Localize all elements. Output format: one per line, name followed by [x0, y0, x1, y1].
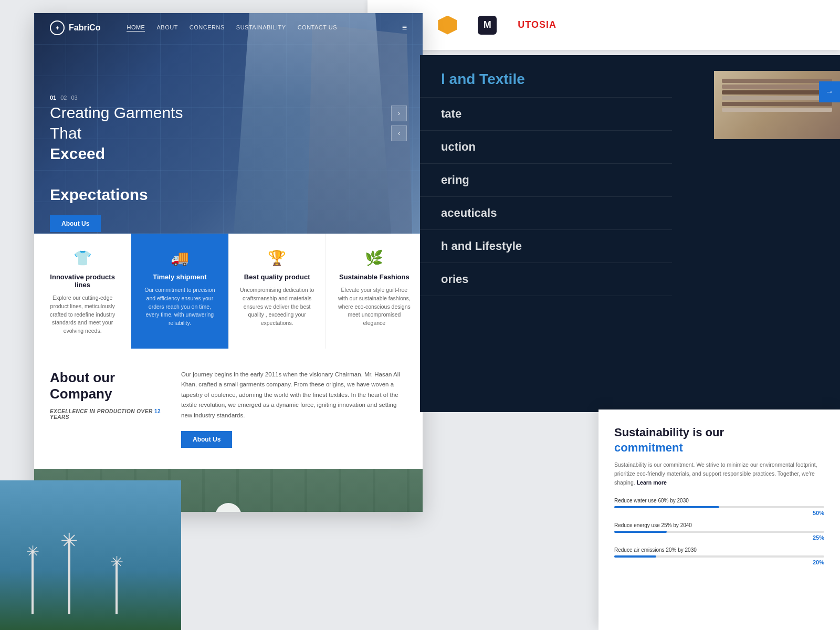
panel-arrow-right[interactable]: → [819, 81, 840, 102]
turbine-blades-2: ✳ [59, 530, 80, 551]
features-row: 👕 Innovative products lines Explore our … [34, 234, 423, 349]
feature-sustainable: 🌿 Sustainable Fashions Elevate your styl… [326, 234, 423, 349]
progress-bar-energy-fill [614, 531, 667, 533]
nav-about[interactable]: ABOUT [156, 24, 177, 32]
slider-arrows: › ‹ [391, 106, 407, 141]
shirt-icon: 👕 [45, 249, 120, 267]
slide-indicators: 01 02 03 [50, 94, 78, 101]
hero-section: ✦ FabriCo HOME ABOUT CONCERNS SUSTAINABI… [34, 13, 423, 234]
service-item-6[interactable]: ories [420, 263, 672, 296]
main-website-panel: ✦ FabriCo HOME ABOUT CONCERNS SUSTAINABI… [34, 13, 423, 512]
slide-dot-2[interactable]: 02 [60, 94, 67, 101]
feature-sustainable-title: Sustainable Fashions [337, 273, 412, 281]
progress-bar-air-fill [614, 555, 656, 558]
service-item-2[interactable]: uction [420, 131, 672, 164]
nav-home[interactable]: HOME [127, 24, 145, 32]
turbine-1: ✳ [32, 551, 34, 614]
hamburger-icon[interactable]: ≡ [402, 23, 407, 33]
nav-contact[interactable]: CONTACT US [298, 24, 338, 32]
service-item-5[interactable]: h and Lifestyle [420, 230, 672, 263]
logo-icon: ✦ [50, 20, 65, 35]
sustainability-title: Sustainability is our commitment [614, 425, 824, 455]
service-item-3[interactable]: ering [420, 164, 672, 197]
truck-icon: 🚚 [142, 249, 217, 267]
logo: ✦ FabriCo [50, 20, 100, 35]
sustainability-panel: Sustainability is our commitment Sustain… [598, 410, 840, 630]
nav-links: HOME ABOUT CONCERNS SUSTAINABILITY CONTA… [127, 24, 337, 32]
about-section: About our Company EXCELLENCE IN PRODUCTI… [34, 349, 423, 469]
navbar: ✦ FabriCo HOME ABOUT CONCERNS SUSTAINABI… [34, 13, 423, 43]
prev-arrow[interactable]: ‹ [391, 125, 407, 141]
hero-content: Creating Garments That Exceed Expectatio… [50, 102, 183, 232]
about-cta-button[interactable]: About Us [181, 431, 232, 448]
feature-innovative-title: Innovative products lines [45, 273, 120, 289]
utosia-brand: UTOSIA [518, 19, 556, 30]
next-arrow[interactable]: › [391, 106, 407, 121]
turbine-blades-1: ✳ [22, 541, 43, 562]
nav-concerns[interactable]: CONCERNS [190, 24, 225, 32]
feature-sustainable-desc: Elevate your style guilt-free with our s… [337, 286, 412, 328]
wind-turbine-section: ✳ ✳ ✳ [0, 480, 181, 630]
slide-dot-1[interactable]: 01 [50, 94, 56, 101]
turbine-3: ✳ [116, 562, 118, 614]
progress-water: Reduce water use 60% by 2030 50% [614, 498, 824, 516]
turbine-2: ✳ [68, 541, 70, 614]
logo-text: FabriCo [69, 23, 100, 33]
about-right: Our journey begins in the early 2011s wh… [181, 370, 407, 448]
leaf-icon: 🌿 [337, 249, 412, 267]
progress-bar-water-bg [614, 506, 824, 508]
about-heading: About our Company [50, 370, 165, 402]
learn-more-link[interactable]: Learn more [637, 479, 667, 486]
feature-quality-title: Best quality product [239, 273, 315, 281]
nav-sustainability[interactable]: SUSTAINABILITY [236, 24, 286, 32]
hero-title: Creating Garments That Exceed Expectatio… [50, 102, 183, 205]
service-item-1[interactable]: tate [420, 98, 672, 131]
progress-air: Reduce air emissions 20% by 2030 20% [614, 547, 824, 565]
about-subtitle: EXCELLENCE IN PRODUCTION OVER 12 YEARS [50, 408, 165, 420]
services-list: l and Textile tate uction ering aceutica… [420, 55, 672, 412]
feature-innovative-desc: Explore our cutting-edge product lines, … [45, 294, 120, 335]
feature-shipment-title: Timely shipment [142, 273, 217, 281]
turbine-blades-3: ✳ [106, 551, 127, 572]
trophy-icon: 🏆 [239, 249, 315, 267]
progress-bar-water-fill [614, 506, 719, 508]
feature-quality-desc: Uncompromising dedication to craftsmansh… [239, 286, 315, 328]
about-left: About our Company EXCELLENCE IN PRODUCTI… [50, 370, 165, 448]
slide-dot-3[interactable]: 03 [71, 94, 78, 101]
services-panel: l and Textile tate uction ering aceutica… [420, 55, 840, 412]
brand-bar: ○ ○circle M UTOSIA [368, 0, 840, 50]
feature-quality: 🏆 Best quality product Uncompromising de… [229, 234, 326, 349]
hero-about-button[interactable]: About Us [50, 215, 101, 232]
feature-shipment: 🚚 Timely shipment Our commitment to prec… [131, 234, 228, 349]
m-brand: M [478, 16, 497, 35]
feature-innovative: 👕 Innovative products lines Explore our … [34, 234, 131, 349]
progress-energy: Reduce energy use 25% by 2040 25% [614, 522, 824, 541]
about-text: Our journey begins in the early 2011s wh… [181, 370, 407, 421]
feature-shipment-desc: Our commitment to precision and efficien… [142, 286, 217, 328]
progress-bar-air-bg [614, 555, 824, 558]
sustainability-desc: Sustainability is our commitment. We str… [614, 460, 824, 487]
hex-brand [438, 16, 457, 35]
service-title: l and Textile [420, 55, 672, 98]
progress-bar-energy-bg [614, 531, 824, 533]
service-item-4[interactable]: aceuticals [420, 197, 672, 230]
